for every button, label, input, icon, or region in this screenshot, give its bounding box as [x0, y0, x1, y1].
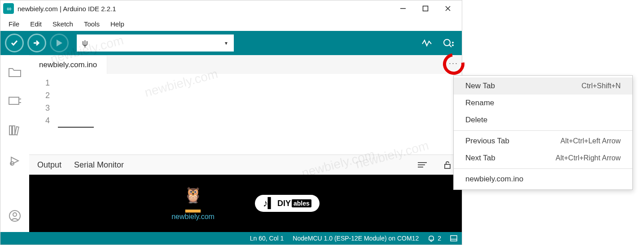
library-manager-icon[interactable]	[9, 124, 21, 138]
window-title: newbiely.com | Arduino IDE 2.2.1	[18, 5, 392, 13]
close-panel-button[interactable]	[450, 235, 457, 241]
menu-file[interactable]: File	[4, 18, 24, 30]
code-editor[interactable]: 1 2 3 4	[29, 74, 462, 155]
chevron-down-icon: ▼	[224, 41, 228, 46]
serial-monitor-tab[interactable]: Serial Monitor	[74, 160, 124, 170]
svg-rect-1	[423, 6, 428, 11]
svg-rect-21	[451, 236, 457, 241]
svg-line-5	[449, 45, 451, 47]
diyables-logo: ♪▍DIYables	[255, 195, 320, 212]
code-content[interactable]	[58, 74, 462, 155]
upload-button[interactable]	[27, 34, 46, 52]
output-panel: 🦉 ▂▂ newbiely.com ♪▍DIYables	[29, 175, 462, 232]
output-tab[interactable]: Output	[37, 160, 61, 170]
svg-rect-8	[9, 97, 19, 104]
app-icon: ∞	[3, 3, 14, 14]
serial-monitor-button[interactable]	[439, 34, 457, 52]
svg-point-4	[444, 39, 450, 46]
titlebar: ∞ newbiely.com | Arduino IDE 2.2.1	[0, 0, 462, 17]
main-area: newbiely.com.ino ··· 1 2 3 4 Output Ser	[0, 55, 462, 232]
board-info[interactable]: NodeMCU 1.0 (ESP-12E Module) on COM12	[293, 235, 419, 242]
menu-new-tab[interactable]: New TabCtrl+Shift+N	[454, 77, 632, 95]
minimize-button[interactable]	[392, 0, 414, 17]
svg-rect-20	[445, 164, 450, 168]
menu-separator	[454, 130, 632, 131]
account-icon[interactable]	[9, 210, 21, 224]
svg-point-16	[13, 213, 17, 216]
menu-previous-tab[interactable]: Previous TabAlt+Ctrl+Left Arrow	[454, 133, 632, 150]
verify-button[interactable]	[5, 34, 24, 52]
panel-options-icon[interactable]	[416, 159, 429, 171]
svg-rect-13	[15, 127, 19, 135]
panel-lock-icon[interactable]	[441, 159, 454, 171]
svg-point-6	[452, 42, 454, 43]
editor-area: newbiely.com.ino ··· 1 2 3 4 Output Ser	[29, 55, 462, 232]
sketchbook-icon[interactable]	[8, 66, 22, 79]
app-window: ∞ newbiely.com | Arduino IDE 2.2.1 File …	[0, 0, 462, 245]
menu-sketch[interactable]: Sketch	[48, 18, 78, 30]
activity-bar	[0, 55, 29, 232]
serial-plotter-button[interactable]	[418, 34, 436, 52]
maximize-button[interactable]	[414, 0, 437, 17]
menu-next-tab[interactable]: Next TabAlt+Ctrl+Right Arrow	[454, 150, 632, 167]
close-button[interactable]	[437, 0, 459, 17]
status-bar: Ln 60, Col 1 NodeMCU 1.0 (ESP-12E Module…	[0, 232, 462, 245]
usb-icon: ψ	[82, 39, 88, 48]
menu-tools[interactable]: Tools	[79, 18, 104, 30]
menu-file-entry[interactable]: newbiely.com.ino	[454, 171, 632, 188]
svg-point-7	[452, 45, 454, 46]
debug-button[interactable]	[50, 34, 69, 52]
boards-manager-icon[interactable]	[8, 95, 22, 108]
svg-rect-11	[9, 126, 12, 135]
board-selector[interactable]: ψ ▼	[77, 34, 234, 52]
toolbar: ψ ▼	[0, 31, 462, 55]
menu-delete[interactable]: Delete	[454, 112, 632, 129]
notifications-button[interactable]: 2	[428, 235, 441, 242]
editor-tab[interactable]: newbiely.com.ino	[29, 55, 107, 74]
menu-separator	[454, 168, 632, 169]
tab-strip: newbiely.com.ino ···	[29, 55, 462, 74]
menu-edit[interactable]: Edit	[26, 18, 46, 30]
bottom-panels: Output Serial Monitor 🦉 ▂▂ newbiely.com …	[29, 155, 462, 232]
menubar: File Edit Sketch Tools Help	[0, 17, 462, 31]
cursor-position[interactable]: Ln 60, Col 1	[250, 235, 284, 242]
line-gutter: 1 2 3 4	[29, 74, 58, 155]
menu-help[interactable]: Help	[106, 18, 129, 30]
tab-context-menu: New TabCtrl+Shift+N Rename Delete Previo…	[453, 75, 633, 190]
menu-rename[interactable]: Rename	[454, 95, 632, 112]
newbiely-logo: 🦉 ▂▂ newbiely.com	[171, 186, 215, 221]
svg-rect-12	[13, 126, 15, 135]
debug-icon[interactable]	[9, 155, 21, 169]
